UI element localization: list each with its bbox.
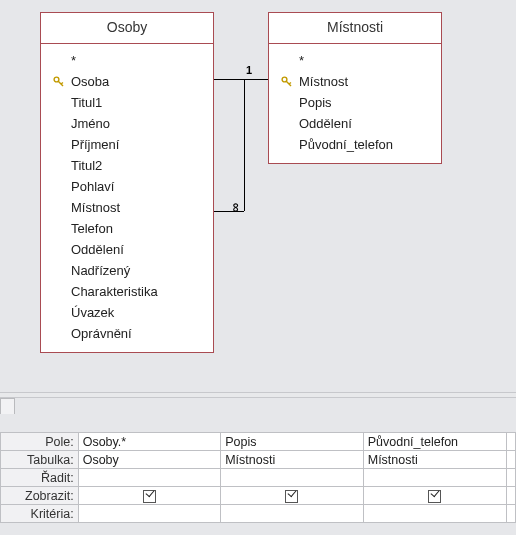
svg-line-5 — [289, 82, 291, 84]
checkbox-icon[interactable] — [143, 490, 156, 503]
grid-cell-show-1[interactable] — [221, 487, 364, 505]
grid-cell-sort-1[interactable] — [221, 469, 364, 487]
grid-cell-tail[interactable] — [506, 433, 515, 451]
table-osoby-fields: * Osoba Titul1 Jméno Příjmení Titul2 Poh… — [41, 44, 213, 352]
grid-cell-criteria-2[interactable] — [363, 505, 506, 523]
grid-cell-field-1[interactable]: Popis — [221, 433, 364, 451]
field-charakteristika[interactable]: Charakteristika — [51, 281, 203, 302]
field-puvodni-telefon[interactable]: Původní_telefon — [279, 134, 431, 155]
grid-row-criteria: Kritéria: — [1, 505, 516, 523]
field-nadrizeny[interactable]: Nadřízený — [51, 260, 203, 281]
field-label: Úvazek — [67, 305, 114, 320]
field-titul1[interactable]: Titul1 — [51, 92, 203, 113]
grid-tab-nub[interactable] — [0, 398, 15, 414]
field-label: Místnost — [295, 74, 348, 89]
pane-splitter[interactable] — [0, 392, 516, 398]
field-label: Pohlaví — [67, 179, 114, 194]
grid-cell-sort-2[interactable] — [363, 469, 506, 487]
relationship-many-label: ∞ — [229, 203, 244, 212]
grid-row-table: Tabulka: Osoby Místnosti Místnosti — [1, 451, 516, 469]
field-label: Telefon — [67, 221, 113, 236]
field-label: Nadřízený — [67, 263, 130, 278]
relationship-line[interactable] — [244, 79, 268, 80]
field-label: * — [295, 53, 304, 68]
grid-cell-tail[interactable] — [506, 469, 515, 487]
grid-row-sort: Řadit: — [1, 469, 516, 487]
field-label: Oddělení — [295, 116, 352, 131]
row-header-criteria: Kritéria: — [1, 505, 79, 523]
field-pohlavi[interactable]: Pohlaví — [51, 176, 203, 197]
grid-cell-field-2[interactable]: Původní_telefon — [363, 433, 506, 451]
field-label: Titul2 — [67, 158, 102, 173]
relationship-line[interactable] — [214, 79, 244, 80]
field-label: Charakteristika — [67, 284, 158, 299]
field-telefon[interactable]: Telefon — [51, 218, 203, 239]
field-popis[interactable]: Popis — [279, 92, 431, 113]
field-oddeleni2[interactable]: Oddělení — [279, 113, 431, 134]
field-mistnost[interactable]: Místnost — [279, 71, 431, 92]
field-prijmeni[interactable]: Příjmení — [51, 134, 203, 155]
table-mistnosti-title: Místnosti — [269, 13, 441, 44]
field-mistnost[interactable]: Místnost — [51, 197, 203, 218]
field-titul2[interactable]: Titul2 — [51, 155, 203, 176]
checkbox-icon[interactable] — [428, 490, 441, 503]
field-jmeno[interactable]: Jméno — [51, 113, 203, 134]
field-uvazek[interactable]: Úvazek — [51, 302, 203, 323]
table-osoby[interactable]: Osoby * Osoba Titul1 Jméno Příjmení Titu… — [40, 12, 214, 353]
table-osoby-title: Osoby — [41, 13, 213, 44]
relationship-line[interactable] — [244, 79, 245, 211]
field-star[interactable]: * — [51, 50, 203, 71]
field-oddeleni[interactable]: Oddělení — [51, 239, 203, 260]
field-label: * — [67, 53, 76, 68]
field-label: Původní_telefon — [295, 137, 393, 152]
relationships-canvas[interactable]: Osoby * Osoba Titul1 Jméno Příjmení Titu… — [0, 0, 516, 390]
row-header-field: Pole: — [1, 433, 79, 451]
grid-cell-tail[interactable] — [506, 451, 515, 469]
field-label: Popis — [295, 95, 332, 110]
grid-row-field: Pole: Osoby.* Popis Původní_telefon — [1, 433, 516, 451]
field-opravneni[interactable]: Oprávnění — [51, 323, 203, 344]
grid-row-show: Zobrazit: — [1, 487, 516, 505]
grid-cell-table-0[interactable]: Osoby — [78, 451, 220, 469]
grid-cell-tail[interactable] — [506, 487, 515, 505]
field-star[interactable]: * — [279, 50, 431, 71]
field-label: Oddělení — [67, 242, 124, 257]
grid-cell-field-0[interactable]: Osoby.* — [78, 433, 220, 451]
table-mistnosti-fields: * Místnost Popis Oddělení Původní_telefo… — [269, 44, 441, 163]
grid-cell-table-1[interactable]: Místnosti — [221, 451, 364, 469]
grid-cell-show-0[interactable] — [78, 487, 220, 505]
row-header-table: Tabulka: — [1, 451, 79, 469]
primary-key-icon — [51, 76, 67, 88]
field-osoba[interactable]: Osoba — [51, 71, 203, 92]
svg-line-2 — [61, 82, 63, 84]
relationship-one-label: 1 — [246, 64, 252, 76]
row-header-sort: Řadit: — [1, 469, 79, 487]
field-label: Titul1 — [67, 95, 102, 110]
primary-key-icon — [279, 76, 295, 88]
checkbox-icon[interactable] — [285, 490, 298, 503]
field-label: Oprávnění — [67, 326, 132, 341]
query-design-grid[interactable]: Pole: Osoby.* Popis Původní_telefon Tabu… — [0, 432, 516, 523]
grid-cell-criteria-1[interactable] — [221, 505, 364, 523]
grid-cell-tail[interactable] — [506, 505, 515, 523]
row-header-show: Zobrazit: — [1, 487, 79, 505]
field-label: Příjmení — [67, 137, 119, 152]
grid-cell-show-2[interactable] — [363, 487, 506, 505]
table-mistnosti[interactable]: Místnosti * Místnost Popis Oddělení Půvo… — [268, 12, 442, 164]
field-label: Osoba — [67, 74, 109, 89]
grid-cell-table-2[interactable]: Místnosti — [363, 451, 506, 469]
field-label: Místnost — [67, 200, 120, 215]
grid-cell-criteria-0[interactable] — [78, 505, 220, 523]
field-label: Jméno — [67, 116, 110, 131]
grid-cell-sort-0[interactable] — [78, 469, 220, 487]
